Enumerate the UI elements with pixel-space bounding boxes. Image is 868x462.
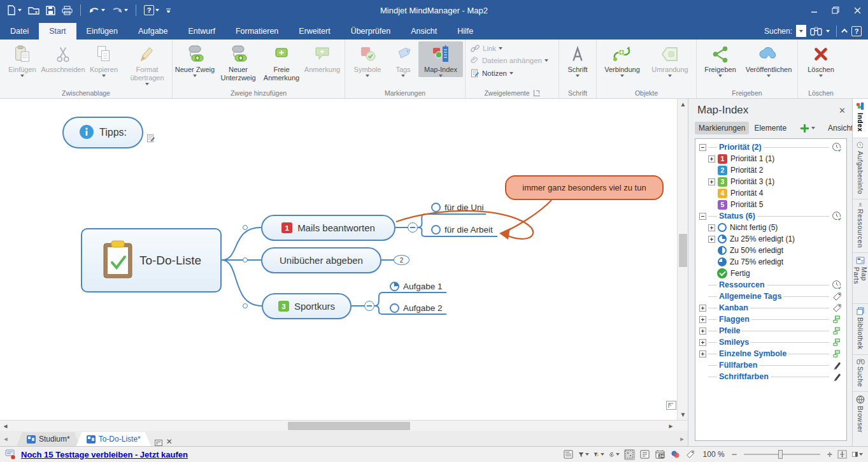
- expand-icon[interactable]: [699, 350, 706, 357]
- tree-item-prioritaet-2[interactable]: 2 Priorität 2: [697, 164, 845, 176]
- collapse-branch-button[interactable]: [408, 222, 418, 233]
- topic-mails-beantworten[interactable]: 1 Mails beantworten: [261, 215, 395, 241]
- dialog-launcher-icon[interactable]: [534, 90, 540, 96]
- marker-group-icon[interactable]: [831, 349, 843, 359]
- notes-button[interactable]: Notizen: [467, 68, 516, 79]
- tab-entwurf[interactable]: Entwurf: [178, 23, 225, 40]
- pane-tab-ressourcen[interactable]: Ressourcen: [853, 199, 868, 253]
- tab-formatieren[interactable]: Formatieren: [225, 23, 288, 40]
- topic-sportkurs[interactable]: 3 Sportkurs: [262, 293, 352, 319]
- collapse-branch-button[interactable]: [364, 301, 374, 311]
- zoom-out-button[interactable]: −: [732, 449, 737, 459]
- tab-einfuegen[interactable]: Einfügen: [76, 23, 128, 40]
- marker-group-icon[interactable]: [831, 326, 843, 336]
- tree-item-fertig[interactable]: Fertig: [697, 268, 845, 279]
- subtopic-aufgabe-2[interactable]: Aufgabe 2: [390, 303, 443, 313]
- pane-tab-browser[interactable]: Browser: [853, 392, 868, 446]
- tree-group-allgemeine-tags[interactable]: Allgemeine Tags: [697, 291, 845, 302]
- restore-button[interactable]: [825, 2, 846, 18]
- scroll-right-arrow[interactable]: ►: [665, 421, 676, 431]
- pane-tab-map-parts[interactable]: Map Parts: [853, 253, 868, 304]
- marker-group-icon[interactable]: [831, 315, 843, 324]
- tab-scroll-left[interactable]: ◄: [0, 432, 11, 446]
- expand-icon[interactable]: [699, 316, 706, 323]
- new-document-button[interactable]: [5, 4, 23, 17]
- zoom-slider-thumb[interactable]: [778, 450, 783, 459]
- tree-group-prioritaet[interactable]: Priorität (2): [697, 141, 845, 153]
- tree-group-pfeile[interactable]: Pfeile: [697, 325, 845, 336]
- doc-tab-to-do-liste[interactable]: To-Do-Liste*: [76, 432, 151, 446]
- new-topic-button[interactable]: Neuer Zweig: [174, 41, 215, 77]
- expand-icon[interactable]: [708, 155, 715, 162]
- tree-group-einzelne-symbole[interactable]: Einzelne Symbole: [697, 348, 845, 359]
- collapse-ribbon-icon[interactable]: [841, 29, 848, 35]
- expand-icon[interactable]: [708, 236, 715, 243]
- pen-icon[interactable]: [831, 361, 843, 370]
- marker-group-icon[interactable]: [831, 338, 843, 347]
- pane-tab-aufgabeninfo[interactable]: Aufgabeninfo: [853, 138, 868, 199]
- tree-item-prioritaet-4[interactable]: 4 Priorität 4: [697, 187, 845, 199]
- tree-group-status[interactable]: Status (6): [697, 210, 845, 222]
- refresh-filter-button[interactable]: [609, 449, 620, 460]
- expand-icon[interactable]: [699, 339, 706, 346]
- tree-item-prioritaet-3[interactable]: 3 Priorität 3 (1): [697, 176, 845, 187]
- tree-group-schriftfarben[interactable]: Schriftfarben: [697, 371, 845, 382]
- subtopic-aufgabe-1[interactable]: Aufgabe 1: [390, 282, 443, 291]
- callout-button[interactable]: Anmerkung: [302, 41, 343, 74]
- trial-purchase-link[interactable]: Noch 15 Testtage verbleiben - Jetzt kauf…: [21, 450, 188, 459]
- add-marker-button[interactable]: [797, 122, 819, 134]
- tab-start[interactable]: Start: [39, 23, 76, 40]
- share-button[interactable]: Freigeben: [699, 41, 742, 77]
- clock-filter-icon[interactable]: [831, 142, 843, 153]
- clock-filter-icon[interactable]: [831, 280, 843, 291]
- pane-tab-bibliothek[interactable]: Bibliothek: [853, 304, 868, 355]
- open-button[interactable]: [27, 4, 41, 17]
- tree-item-prioritaet-5[interactable]: 5 Priorität 5: [697, 199, 845, 210]
- icon-markers-button[interactable]: Symbole: [347, 41, 388, 77]
- delete-button[interactable]: Löschen: [800, 41, 842, 77]
- central-topic[interactable]: To-Do-Liste: [81, 228, 222, 292]
- tab-datei[interactable]: Datei: [0, 23, 39, 40]
- tab-aufgabe[interactable]: Aufgabe: [128, 23, 178, 40]
- format-painter-button[interactable]: Format übertragen: [124, 41, 170, 85]
- tree-item-zu-25[interactable]: Zu 25% erledigt (1): [697, 233, 845, 245]
- floating-topic-tipps[interactable]: Tipps:: [62, 117, 143, 148]
- tree-group-kanban[interactable]: Kanban: [697, 302, 845, 314]
- tree-group-smileys[interactable]: Smileys: [697, 336, 845, 348]
- copy-button[interactable]: Kopieren: [83, 41, 124, 77]
- zoom-slider[interactable]: [744, 454, 820, 455]
- vertical-scroll-thumb[interactable]: [679, 234, 687, 267]
- ribbon-help-button[interactable]: ?: [851, 26, 862, 36]
- horizontal-scroll-thumb[interactable]: [288, 422, 410, 430]
- tab-erweitert[interactable]: Erweitert: [288, 23, 340, 40]
- doc-tab-studium[interactable]: Studium*: [17, 432, 80, 446]
- tree-item-prioritaet-1[interactable]: 1 Priorität 1 (1): [697, 153, 845, 164]
- redo-button[interactable]: [110, 4, 129, 16]
- scroll-down-arrow[interactable]: ▼: [678, 409, 688, 420]
- scroll-left-arrow[interactable]: ◄: [0, 421, 11, 431]
- select-mode-button[interactable]: [624, 449, 635, 460]
- expand-icon[interactable]: [708, 178, 715, 185]
- search-binoculars-icon[interactable]: [810, 26, 822, 36]
- save-button[interactable]: [45, 4, 57, 17]
- tag-icon[interactable]: [831, 303, 843, 313]
- topic-details-button[interactable]: [563, 449, 574, 460]
- chevron-down-icon[interactable]: [826, 30, 830, 32]
- font-button[interactable]: Schrift: [561, 41, 594, 77]
- expand-icon[interactable]: [699, 328, 706, 335]
- pane-tab-index[interactable]: Index: [853, 99, 868, 138]
- horizontal-scrollbar[interactable]: ◄ ►: [0, 420, 688, 431]
- help-button[interactable]: ?: [143, 4, 160, 17]
- close-button[interactable]: [846, 2, 868, 18]
- tags-button[interactable]: Tags: [388, 41, 418, 77]
- subtopic-fuer-die-uni[interactable]: für die Uni: [431, 203, 484, 212]
- callout-topic[interactable]: immer ganz besonders viel zu tun: [505, 175, 664, 200]
- show-panel-button[interactable]: [852, 449, 863, 460]
- tab-scroll-right[interactable]: ►: [676, 432, 688, 446]
- filter-button[interactable]: [578, 449, 589, 460]
- customize-toolbar-button[interactable]: [164, 6, 173, 15]
- collapsed-count-badge[interactable]: 2: [394, 255, 409, 265]
- tree-item-zu-50[interactable]: Zu 50% erledigt: [697, 245, 845, 256]
- floating-topic-button[interactable]: Freie Anmerkung: [261, 41, 302, 82]
- search-scope-dropdown[interactable]: [796, 25, 806, 37]
